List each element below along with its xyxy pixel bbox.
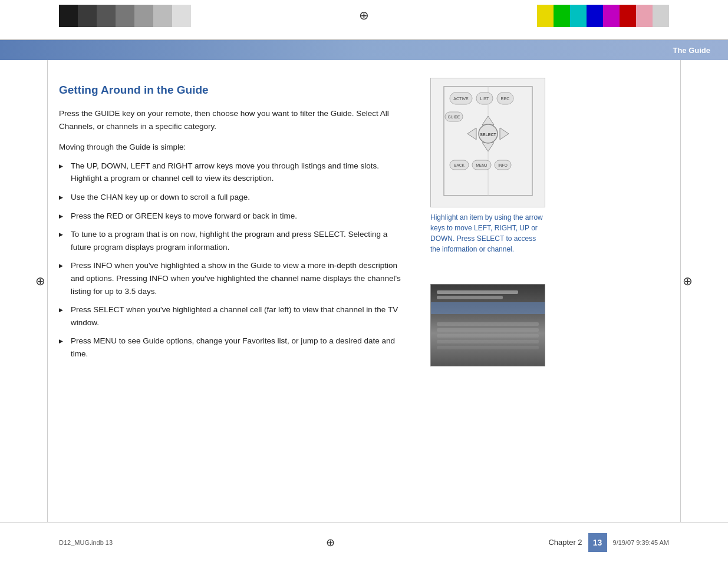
bullet-list: The UP, DOWN, LEFT and RIGHT arrow keys … — [59, 160, 401, 361]
remote-image-box: ACTIVE LIST REC GUIDE — [430, 78, 545, 207]
tv-lower-content — [431, 320, 545, 352]
gray-bar-7 — [172, 5, 191, 27]
gray-bar-1 — [59, 5, 78, 27]
color-bar-yellow — [537, 5, 554, 27]
remote-caption: Highlight an item by using the arrow key… — [430, 212, 545, 254]
color-bar-green — [554, 5, 570, 27]
color-bars — [537, 5, 669, 27]
svg-text:GUIDE: GUIDE — [447, 115, 460, 119]
bottom-bar: D12_MUG.indb 13 ⊕ Chapter 2 13 9/19/07 9… — [0, 522, 728, 562]
svg-text:REC: REC — [500, 97, 509, 101]
tv-line-5 — [437, 334, 539, 338]
chapter-page: Chapter 2 13 9/19/07 9:39:45 AM — [548, 533, 669, 552]
gray-bar-4 — [116, 5, 134, 27]
tv-highlight-bar — [431, 302, 545, 314]
grayscale-bars — [59, 5, 191, 27]
svg-text:ACTIVE: ACTIVE — [453, 97, 469, 101]
svg-text:MENU: MENU — [476, 163, 487, 167]
page-number: 13 — [593, 538, 602, 547]
section-title: Getting Around in the Guide — [59, 84, 401, 97]
list-item: To tune to a program that is on now, hig… — [59, 228, 401, 253]
tv-line-1 — [437, 290, 518, 294]
svg-text:INFO: INFO — [498, 163, 508, 167]
moving-text: Moving through the Guide is simple: — [59, 141, 401, 154]
page-number-box: 13 — [588, 533, 607, 552]
text-column: Getting Around in the Guide Press the GU… — [0, 60, 424, 522]
top-bar-area: ⊕ — [0, 0, 728, 40]
color-bar-red — [620, 5, 636, 27]
svg-marker-11 — [482, 143, 494, 151]
color-bar-gray — [653, 5, 669, 27]
crosshair-top-icon: ⊕ — [359, 8, 369, 22]
list-item: The UP, DOWN, LEFT and RIGHT arrow keys … — [59, 160, 401, 185]
gray-bar-5 — [134, 5, 153, 27]
list-item: Press INFO when you've highlighted a sho… — [59, 259, 401, 297]
tv-screenshot — [430, 284, 545, 366]
gray-bar-6 — [153, 5, 172, 27]
svg-marker-12 — [467, 128, 476, 140]
tv-text-lines — [437, 290, 539, 301]
tv-line-2 — [437, 296, 503, 299]
tv-line-7 — [437, 346, 539, 349]
gray-bar-2 — [78, 5, 97, 27]
chapter-label: Chapter 2 — [548, 538, 582, 547]
right-sidebar: ACTIVE LIST REC GUIDE — [424, 60, 566, 522]
remote-control-icon: ACTIVE LIST REC GUIDE — [438, 84, 538, 201]
list-item: Press the RED or GREEN keys to move forw… — [59, 210, 401, 223]
color-bar-cyan — [570, 5, 587, 27]
svg-marker-10 — [482, 116, 494, 125]
svg-text:BACK: BACK — [454, 163, 465, 167]
color-bar-pink — [636, 5, 653, 27]
crosshair-bottom-icon: ⊕ — [326, 536, 335, 549]
intro-text: Press the GUIDE key on your remote, then… — [59, 107, 401, 133]
remote-image-container: ACTIVE LIST REC GUIDE — [430, 78, 554, 254]
svg-marker-13 — [500, 128, 509, 140]
svg-text:LIST: LIST — [480, 97, 489, 101]
header-bar: The Guide — [0, 40, 728, 60]
tv-image-inner — [431, 285, 545, 366]
header-title: The Guide — [673, 46, 710, 55]
svg-text:SELECT: SELECT — [480, 133, 496, 137]
tv-line-6 — [437, 340, 539, 343]
list-item: Press SELECT when you've highlighted a c… — [59, 303, 401, 329]
tv-line-4 — [437, 328, 539, 332]
tv-line-3 — [437, 322, 539, 326]
list-item: Press MENU to see Guide options, change … — [59, 335, 401, 360]
list-item: Use the CHAN key up or down to scroll a … — [59, 191, 401, 204]
color-bar-blue — [587, 5, 603, 27]
footer-right: 9/19/07 9:39:45 AM — [613, 539, 669, 546]
footer-left: D12_MUG.indb 13 — [59, 539, 113, 546]
main-content: Getting Around in the Guide Press the GU… — [0, 60, 728, 522]
gray-bar-3 — [97, 5, 116, 27]
color-bar-magenta — [603, 5, 620, 27]
